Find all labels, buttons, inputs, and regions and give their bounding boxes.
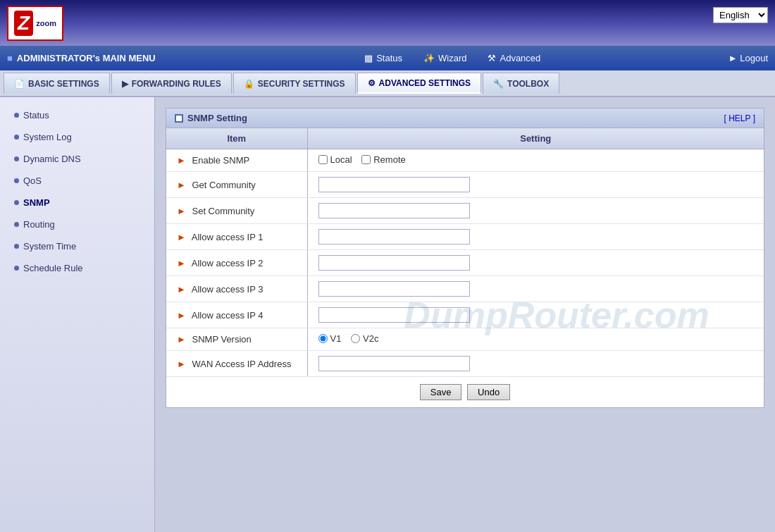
- item-set-community-label: Set Community: [192, 206, 255, 216]
- arrow-icon-9: ►: [177, 359, 186, 369]
- tab-advanced-settings[interactable]: ⚙ ADVANCED SETTINGS: [357, 73, 481, 94]
- sidebar-item-system-time[interactable]: System Time: [0, 235, 154, 257]
- row-allow-ip-1: ► Allow access IP 1: [166, 224, 764, 250]
- arrow-icon-7: ►: [177, 310, 186, 321]
- snmp-panel: SNMP Setting [ HELP ] Item Setting: [166, 108, 764, 408]
- row-wan-ip: ► WAN Access IP Address: [166, 351, 764, 377]
- panel-help-button[interactable]: [ HELP ]: [724, 113, 755, 123]
- item-allow-ip-4: ► Allow access IP 4: [166, 302, 307, 328]
- item-allow-ip-2: ► Allow access IP 2: [166, 250, 307, 276]
- setting-allow-ip-1: [307, 224, 764, 250]
- sidebar-item-schedule-rule[interactable]: Schedule Rule: [0, 257, 154, 279]
- checkbox-local-text: Local: [330, 154, 352, 165]
- sidebar-item-dynamic-dns[interactable]: Dynamic DNS: [0, 148, 154, 170]
- sidebar: Status System Log Dynamic DNS QoS SNMP R…: [0, 97, 155, 532]
- sidebar-dot-dynamic-dns: [14, 156, 19, 161]
- arrow-icon-8: ►: [177, 334, 186, 345]
- tabs: 📄 BASIC SETTINGS ▶ FORWARDING RULES 🔒 SE…: [0, 70, 775, 97]
- sidebar-item-routing-label: Routing: [23, 219, 55, 230]
- content: SNMP Setting [ HELP ] Item Setting: [155, 97, 775, 419]
- nav-brand-icon: ■: [7, 53, 13, 63]
- wizard-icon: ✨: [423, 53, 435, 63]
- sidebar-item-system-time-label: System Time: [23, 241, 76, 252]
- sidebar-dot-system-log: [14, 135, 19, 140]
- checkbox-local-label[interactable]: Local: [318, 154, 352, 165]
- sidebar-item-snmp-label: SNMP: [23, 197, 50, 208]
- tab-toolbox[interactable]: 🔧 TOOLBOX: [483, 73, 559, 94]
- panel-header: SNMP Setting [ HELP ]: [166, 109, 764, 128]
- sidebar-item-qos[interactable]: QoS: [0, 170, 154, 192]
- language-select[interactable]: English Chinese: [713, 7, 768, 23]
- allow-ip-2-input[interactable]: [318, 255, 470, 271]
- save-button[interactable]: Save: [420, 384, 462, 400]
- setting-allow-ip-4: [307, 302, 764, 328]
- radio-v1-label[interactable]: V1: [318, 333, 342, 344]
- forwarding-rules-icon: ▶: [122, 79, 128, 89]
- language-selector-wrapper[interactable]: English Chinese: [713, 7, 768, 23]
- arrow-icon-2: ►: [177, 180, 186, 190]
- tab-forwarding-rules[interactable]: ▶ FORWARDING RULES: [111, 73, 232, 94]
- panel-title-text: SNMP Setting: [187, 113, 247, 123]
- nav-advanced[interactable]: ⚒ Advanced: [488, 53, 540, 63]
- radio-v2c-text: V2c: [363, 333, 378, 344]
- item-enable-snmp-label: Enable SNMP: [192, 155, 250, 166]
- nav-wizard[interactable]: ✨ Wizard: [423, 53, 466, 63]
- tab-security-settings[interactable]: 🔒 SECURITY SETTINGS: [233, 73, 356, 94]
- sidebar-item-schedule-rule-label: Schedule Rule: [23, 263, 83, 273]
- setting-get-community: [307, 172, 764, 198]
- item-allow-ip-3: ► Allow access IP 3: [166, 276, 307, 302]
- allow-ip-1-input[interactable]: [318, 229, 470, 245]
- logo: Z zoom: [7, 6, 63, 41]
- item-wan-ip-label: WAN Access IP Address: [192, 359, 292, 369]
- row-allow-ip-3: ► Allow access IP 3: [166, 276, 764, 302]
- get-community-input[interactable]: [318, 177, 470, 192]
- item-get-community-label: Get Community: [192, 180, 256, 190]
- checkbox-remote[interactable]: [361, 155, 371, 164]
- col-setting-header: Setting: [307, 128, 764, 149]
- item-allow-ip-3-label: Allow access IP 3: [192, 284, 264, 295]
- sidebar-item-status[interactable]: Status: [0, 104, 154, 126]
- basic-settings-icon: 📄: [14, 79, 25, 89]
- sidebar-item-qos-label: QoS: [23, 175, 42, 186]
- sidebar-dot-system-time: [14, 244, 19, 249]
- setting-snmp-version: V1 V2c: [307, 328, 764, 351]
- allow-ip-4-input[interactable]: [318, 307, 470, 323]
- radio-v2c[interactable]: [351, 334, 360, 343]
- nav-status-label: Status: [376, 53, 402, 63]
- col-item-header: Item: [166, 128, 307, 149]
- row-allow-ip-2: ► Allow access IP 2: [166, 250, 764, 276]
- content-wrapper: SNMP Setting [ HELP ] Item Setting: [155, 97, 775, 532]
- checkbox-local[interactable]: [318, 155, 328, 164]
- tab-forwarding-rules-label: FORWARDING RULES: [132, 79, 221, 89]
- sidebar-dot-schedule-rule: [14, 266, 19, 271]
- radio-v1[interactable]: [318, 334, 328, 343]
- tab-basic-settings[interactable]: 📄 BASIC SETTINGS: [4, 73, 110, 94]
- nav-wizard-label: Wizard: [438, 53, 466, 63]
- sidebar-item-routing[interactable]: Routing: [0, 214, 154, 235]
- logo-z: Z: [14, 11, 33, 36]
- radio-v2c-label[interactable]: V2c: [351, 333, 378, 344]
- allow-ip-3-input[interactable]: [318, 281, 470, 297]
- logout-icon: ►: [728, 53, 738, 63]
- nav-logout[interactable]: ► Logout: [728, 53, 768, 63]
- sidebar-item-system-log-label: System Log: [23, 132, 72, 142]
- item-snmp-version-label: SNMP Version: [192, 334, 252, 345]
- item-allow-ip-2-label: Allow access IP 2: [192, 258, 264, 268]
- nav-brand: ■ ADMINISTRATOR's MAIN MENU: [7, 53, 156, 63]
- checkbox-remote-text: Remote: [373, 154, 406, 165]
- row-get-community: ► Get Community: [166, 172, 764, 198]
- nav-advanced-label: Advanced: [500, 53, 540, 63]
- tab-toolbox-label: TOOLBOX: [507, 79, 549, 89]
- button-row: Save Undo: [166, 376, 764, 407]
- arrow-icon-5: ►: [177, 258, 186, 268]
- checkbox-remote-label[interactable]: Remote: [361, 154, 406, 165]
- sidebar-item-snmp[interactable]: SNMP: [0, 192, 154, 214]
- advanced-icon: ⚒: [488, 53, 496, 63]
- sidebar-item-system-log[interactable]: System Log: [0, 126, 154, 148]
- undo-button[interactable]: Undo: [467, 384, 510, 400]
- item-allow-ip-1-label: Allow access IP 1: [192, 232, 264, 242]
- set-community-input[interactable]: [318, 203, 470, 218]
- nav-status[interactable]: ▩ Status: [364, 53, 402, 63]
- item-allow-ip-1: ► Allow access IP 1: [166, 224, 307, 250]
- wan-ip-input[interactable]: [318, 356, 470, 371]
